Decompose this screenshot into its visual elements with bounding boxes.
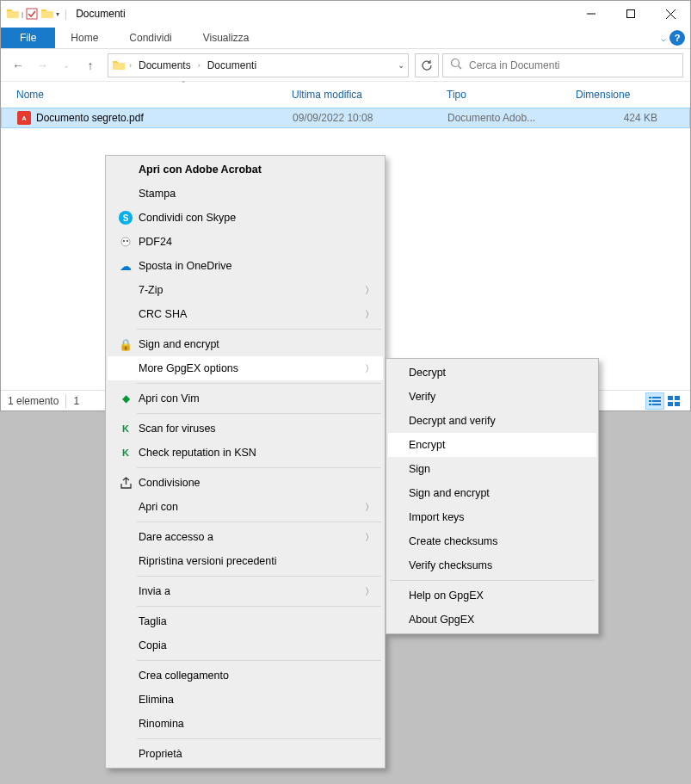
- context-menu-item[interactable]: More GpgEX options〉: [108, 356, 383, 380]
- menu-item-label: Apri con Adobe Acrobat: [137, 164, 357, 176]
- submenu-item[interactable]: Create checksums: [388, 529, 596, 553]
- context-menu-item[interactable]: SCondividi con Skype: [108, 206, 383, 230]
- forward-button[interactable]: →: [32, 55, 52, 76]
- col-modified[interactable]: Ultima modifica: [292, 89, 447, 101]
- context-menu-item[interactable]: Apri con Adobe Acrobat: [108, 157, 383, 182]
- context-menu-item[interactable]: Rinomina: [108, 712, 383, 736]
- menu-item-label: Copia: [137, 639, 357, 651]
- menu-item-label: Verify checksums: [407, 559, 571, 571]
- context-menu-item[interactable]: Condivisione: [108, 471, 383, 495]
- menu-item-label: Import keys: [407, 511, 571, 523]
- skype-icon: S: [119, 211, 133, 225]
- context-menu-item[interactable]: KCheck reputation in KSN: [108, 441, 383, 465]
- menu-separator: [390, 580, 595, 581]
- menu-item-label: Ripristina versioni precedenti: [137, 555, 357, 567]
- context-menu-item[interactable]: 🔒Sign and encrypt: [108, 332, 383, 356]
- submenu-item[interactable]: Encrypt: [388, 433, 596, 457]
- context-menu-item[interactable]: Crea collegamento: [108, 664, 383, 688]
- pdf24-icon: [119, 235, 133, 249]
- titlebar: | ▾ | Documenti: [1, 1, 690, 27]
- properties-checkbox-icon[interactable]: [25, 7, 39, 21]
- chevron-right-icon: 〉: [365, 585, 374, 598]
- context-menu-item[interactable]: ☁Sposta in OneDrive: [108, 254, 383, 278]
- tab-share[interactable]: Condividi: [114, 28, 187, 48]
- context-menu-item[interactable]: Invia a〉: [108, 579, 383, 603]
- tab-home[interactable]: Home: [55, 28, 114, 48]
- svg-rect-7: [649, 397, 651, 398]
- view-details-button[interactable]: [645, 392, 664, 410]
- svg-point-19: [126, 240, 128, 242]
- back-button[interactable]: ←: [8, 55, 28, 76]
- refresh-button[interactable]: [415, 53, 439, 77]
- col-name[interactable]: Nome ˄: [16, 89, 292, 101]
- close-button[interactable]: [651, 1, 690, 27]
- file-tab[interactable]: File: [1, 28, 55, 48]
- ribbon-expand-icon[interactable]: ⌵: [661, 34, 666, 43]
- context-menu-item[interactable]: Proprietà: [108, 742, 383, 766]
- menu-item-label: Verify: [407, 391, 571, 403]
- address-dropdown-icon[interactable]: ⌄: [398, 60, 404, 70]
- menu-item-label: Apri con: [137, 501, 357, 513]
- tab-view[interactable]: Visualizza: [188, 28, 265, 48]
- menu-item-label: More GpgEX options: [137, 362, 357, 374]
- context-menu-item[interactable]: KScan for viruses: [108, 417, 383, 441]
- svg-rect-13: [668, 396, 673, 400]
- submenu-item[interactable]: Help on GpgEX: [388, 583, 596, 608]
- ribbon-tabs: File Home Condividi Visualizza ⌵ ?: [1, 27, 690, 49]
- folder-icon-2: [40, 7, 54, 21]
- menu-item-label: Elimina: [137, 694, 357, 706]
- submenu-item[interactable]: Import keys: [388, 505, 596, 529]
- svg-line-6: [459, 66, 462, 70]
- context-menu-item[interactable]: Elimina: [108, 688, 383, 712]
- column-headers: Nome ˄ Ultima modifica Tipo Dimensione: [1, 82, 690, 108]
- svg-rect-11: [649, 404, 651, 405]
- context-menu-item[interactable]: ◆Apri con Vim: [108, 386, 383, 411]
- search-input[interactable]: Cerca in Documenti: [442, 53, 683, 77]
- menu-item-label: Invia a: [137, 585, 357, 597]
- submenu-item[interactable]: About GpgEX: [388, 608, 596, 632]
- menu-item-label: CRC SHA: [137, 308, 357, 320]
- context-menu-item[interactable]: 7-Zip〉: [108, 278, 383, 302]
- help-icon[interactable]: ?: [669, 30, 685, 46]
- submenu-item[interactable]: Verify checksums: [388, 553, 596, 577]
- chevron-right-icon[interactable]: ›: [198, 61, 201, 70]
- view-large-icons-button[interactable]: [664, 392, 683, 410]
- minimize-button[interactable]: [571, 1, 611, 27]
- maximize-button[interactable]: [611, 1, 651, 27]
- breadcrumb-documenti[interactable]: Documenti: [204, 57, 260, 74]
- onedrive-icon: ☁: [119, 259, 133, 273]
- svg-rect-8: [652, 397, 661, 398]
- context-menu-item[interactable]: Dare accesso a〉: [108, 525, 383, 549]
- view-switcher: [645, 392, 683, 410]
- submenu-item[interactable]: Decrypt and verify: [388, 409, 596, 433]
- file-type: Documento Adob...: [447, 112, 577, 124]
- menu-item-label: Stampa: [137, 188, 357, 200]
- menu-separator: [137, 383, 381, 384]
- context-menu-item[interactable]: Stampa: [108, 182, 383, 206]
- context-menu-item[interactable]: Apri con〉: [108, 495, 383, 519]
- col-size[interactable]: Dimensione: [576, 89, 662, 101]
- file-row[interactable]: A Documento segreto.pdf 09/09/2022 10:08…: [1, 108, 690, 128]
- chevron-right-icon[interactable]: ›: [129, 61, 132, 70]
- history-dropdown[interactable]: ⌄: [56, 55, 77, 76]
- menu-item-label: Encrypt: [407, 439, 571, 451]
- breadcrumb-documents[interactable]: Documents: [135, 57, 194, 74]
- submenu-item[interactable]: Sign: [388, 457, 596, 481]
- pdf-icon: A: [17, 111, 31, 125]
- menu-item-label: Apri con Vim: [137, 392, 357, 404]
- svg-point-5: [452, 59, 460, 67]
- menu-item-label: Scan for viruses: [137, 423, 357, 435]
- submenu-item[interactable]: Sign and encrypt: [388, 481, 596, 505]
- context-menu-item[interactable]: PDF24: [108, 230, 383, 254]
- menu-item-label: Help on GpgEX: [407, 590, 571, 602]
- context-menu-item[interactable]: CRC SHA〉: [108, 302, 383, 326]
- context-menu-item[interactable]: Ripristina versioni precedenti: [108, 549, 383, 573]
- address-bar[interactable]: › Documents › Documenti ⌄: [108, 53, 409, 77]
- submenu-item[interactable]: Decrypt: [388, 361, 596, 385]
- up-button[interactable]: ↑: [80, 55, 101, 76]
- context-menu-item[interactable]: Copia: [108, 633, 383, 657]
- context-menu-item[interactable]: Taglia: [108, 609, 383, 633]
- qat-dropdown-icon[interactable]: ▾: [56, 10, 59, 18]
- submenu-item[interactable]: Verify: [388, 385, 596, 409]
- col-type[interactable]: Tipo: [447, 89, 576, 101]
